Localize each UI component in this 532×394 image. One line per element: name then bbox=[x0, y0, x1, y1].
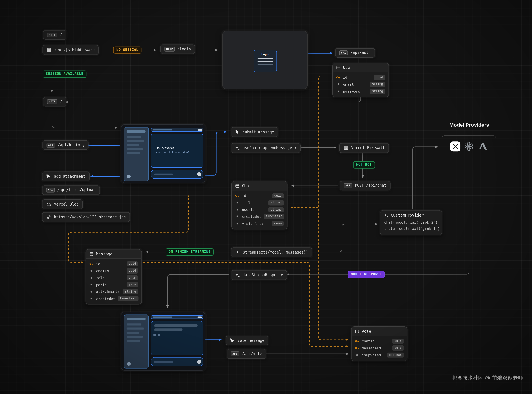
table-title: Chat bbox=[242, 183, 251, 188]
endpoint-path: POST /api/chat bbox=[355, 183, 386, 188]
avatar bbox=[127, 175, 131, 178]
link-icon bbox=[46, 215, 51, 220]
placeholder-bar bbox=[126, 327, 144, 330]
field-name: password bbox=[343, 89, 360, 93]
field-type-badge: string bbox=[370, 82, 385, 87]
chat-sidebar-mockup bbox=[124, 127, 149, 181]
field-name: chatId bbox=[96, 269, 109, 273]
placeholder-bar bbox=[126, 148, 143, 150]
dot-icon bbox=[235, 200, 240, 205]
field-type-badge: enum bbox=[272, 221, 284, 226]
placeholder-bar bbox=[258, 57, 273, 59]
field-type-badge: uuid bbox=[392, 338, 404, 344]
cloud-icon bbox=[46, 202, 51, 207]
relation-edges-orange bbox=[68, 76, 348, 346]
field-type-badge: string bbox=[269, 200, 284, 205]
entity-icon bbox=[235, 184, 240, 188]
entity-icon bbox=[355, 329, 359, 333]
field-name: id bbox=[343, 75, 347, 79]
api-tag: API bbox=[339, 51, 348, 55]
table-row: email string bbox=[333, 81, 389, 88]
table-row: messageId uuid bbox=[352, 345, 407, 352]
field-name: email bbox=[343, 82, 353, 86]
table-header: User bbox=[333, 63, 389, 72]
dot-icon bbox=[89, 269, 94, 273]
endpoint-api-history: API /api/history bbox=[42, 140, 89, 150]
node-label: submit message bbox=[242, 130, 274, 134]
chat-screen-mockup-messages bbox=[121, 312, 205, 371]
table-row: attachments string bbox=[86, 288, 142, 295]
dot-icon bbox=[89, 282, 94, 287]
field-name: id bbox=[96, 262, 100, 266]
http-tag: HTTP bbox=[47, 99, 58, 104]
streamtext-node: streamText({model, messages}) bbox=[231, 247, 312, 257]
field-type-badge: timestamp bbox=[263, 214, 284, 219]
brick-wall-icon bbox=[343, 145, 348, 150]
vercel-firewall-node: Vercel Firewall bbox=[339, 143, 389, 153]
node-label: streamText({model, messages}) bbox=[243, 250, 308, 254]
chat-topbar-mockup bbox=[151, 128, 203, 132]
endpoint-path: / bbox=[60, 33, 62, 37]
endpoint-path: /api/auth bbox=[350, 51, 371, 55]
placeholder-bar bbox=[154, 174, 173, 175]
table-row: chatId uuid bbox=[352, 337, 407, 344]
field-name: chatId bbox=[362, 339, 375, 343]
table-row: id uuid bbox=[333, 74, 389, 81]
add-attachment-action: add attachment bbox=[42, 171, 90, 181]
entity-icon bbox=[336, 65, 341, 70]
endpoint-path: / bbox=[60, 99, 62, 104]
chat-input-mockup bbox=[151, 357, 203, 366]
field-type-badge: timestamp bbox=[118, 296, 138, 301]
cursor-click-icon bbox=[230, 338, 235, 343]
chat-entity-table: Chat id uuid title string userId string … bbox=[232, 181, 288, 229]
datastreamresponse-node: dataStreamResponse bbox=[231, 270, 287, 280]
openai-logo bbox=[464, 141, 474, 151]
field-name: attachments bbox=[96, 290, 120, 294]
field-name: messageId bbox=[362, 346, 381, 350]
placeholder-bar bbox=[126, 130, 146, 133]
custom-provider-card: CustomProvider chat-model: xai("grok-2")… bbox=[380, 210, 442, 235]
field-name: createdAt bbox=[96, 296, 115, 301]
field-type-badge: uuid bbox=[272, 193, 284, 198]
custom-provider-chat-model: chat-model: xai("grok-2") bbox=[384, 220, 438, 226]
table-row: password string bbox=[333, 88, 389, 95]
dot-icon bbox=[336, 82, 341, 87]
message-entity-table: Message id uuid chatId uuid role enum pa… bbox=[85, 249, 142, 304]
endpoint-root-top: HTTP / bbox=[43, 30, 66, 39]
thumb-down-icon bbox=[158, 333, 160, 336]
endpoint-api-vote: API /api/vote bbox=[226, 349, 266, 358]
placeholder-bar bbox=[126, 140, 144, 142]
table-title: User bbox=[343, 65, 352, 70]
chat-topbar-mockup bbox=[151, 315, 203, 319]
node-label: https://vc-blob-123.sh/image.jpg bbox=[54, 215, 126, 219]
field-type-badge: json bbox=[126, 282, 138, 287]
table-row: id uuid bbox=[232, 192, 287, 199]
model-providers-title: Model Providers bbox=[442, 122, 497, 128]
node-label: vote message bbox=[237, 338, 264, 343]
key-icon bbox=[235, 194, 240, 198]
node-label: Vercel Firewall bbox=[351, 146, 385, 150]
placeholder-bar bbox=[126, 136, 142, 138]
submit-message-action: submit message bbox=[231, 127, 278, 137]
vote-entity-table: Vote chatId uuid messageId uuid isUpvote… bbox=[351, 327, 407, 361]
chat-sidebar-mockup bbox=[124, 315, 149, 368]
field-name: role bbox=[96, 276, 105, 280]
table-row: userId string bbox=[232, 206, 287, 213]
node-label: dataStreamResponse bbox=[242, 273, 283, 277]
dot-icon bbox=[89, 275, 94, 280]
node-label: useChat: appendMessage() bbox=[242, 146, 296, 150]
vote-message-action: vote message bbox=[226, 336, 269, 345]
placeholder-bar bbox=[153, 129, 173, 130]
placeholder-bar bbox=[126, 144, 139, 146]
field-name: userId bbox=[242, 207, 255, 212]
login-screen-mockup: Login bbox=[222, 31, 308, 89]
chat-greeting-subtitle: How can I help you today? bbox=[155, 151, 203, 154]
dot-icon bbox=[235, 221, 240, 226]
custom-provider-header: CustomProvider bbox=[384, 213, 438, 218]
user-entity-table: User id uuid email string password strin… bbox=[332, 63, 389, 97]
http-tag: HTTP bbox=[47, 33, 58, 37]
dot-icon bbox=[89, 296, 94, 301]
table-row: id uuid bbox=[86, 260, 142, 267]
chat-greeting-title: Hello there! bbox=[155, 146, 203, 150]
field-name: parts bbox=[96, 283, 107, 287]
